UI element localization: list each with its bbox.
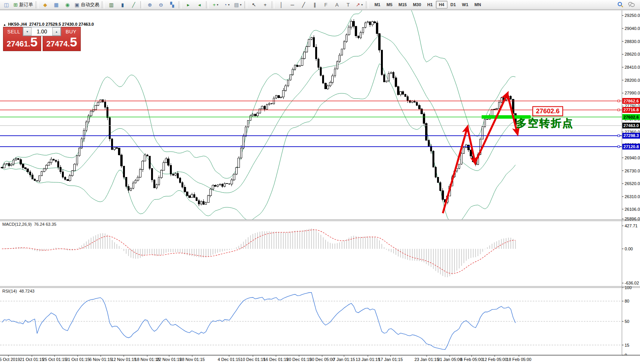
autotrading-button[interactable]: ▣自动交易: [73, 0, 100, 9]
price-tick-label: 27990.0: [625, 91, 640, 95]
templates-icon: ▤: [234, 2, 239, 7]
volume-input[interactable]: [32, 27, 52, 36]
app-icon[interactable]: ◫: [1, 0, 12, 9]
market-watch-button[interactable]: ▦: [51, 0, 62, 9]
time-tick-label: 25 Oct 01:15: [43, 357, 67, 362]
zoom-out-button[interactable]: ⊖: [156, 0, 166, 9]
line-handle[interactable]: [618, 135, 620, 137]
volume-decrease-button[interactable]: ▼: [23, 27, 32, 36]
line-handle[interactable]: [618, 109, 620, 111]
autotrading-icon: ▣: [75, 2, 79, 7]
timeframe-w1[interactable]: W1: [459, 1, 472, 8]
vline-icon: │: [280, 2, 283, 7]
market-watch-icon: ▦: [54, 2, 58, 7]
level-box-value: 27602.6: [536, 108, 559, 115]
zoom-in-icon: ⊕: [148, 2, 152, 7]
timeframe-m15[interactable]: M15: [396, 1, 410, 8]
price-tick-label: 28410.0: [625, 65, 640, 69]
buy-price: 27474.5: [43, 35, 80, 50]
chart-shift-icon: ◂: [198, 2, 201, 7]
indicators-button[interactable]: +▾: [210, 0, 221, 9]
macd-tick-label: 0.00: [625, 247, 633, 251]
time-tick-label: 31 Jan 05:00: [437, 357, 462, 362]
zoom-in-button[interactable]: ⊕: [145, 0, 155, 9]
label-button[interactable]: T: [343, 0, 353, 9]
timeframe-h1[interactable]: H1: [424, 1, 436, 8]
volume-increase-button[interactable]: ▲: [52, 27, 61, 36]
new-order-button[interactable]: ⊞新订单: [12, 0, 34, 9]
fibo-icon: F: [324, 2, 327, 7]
timeframe-m5[interactable]: M5: [383, 1, 395, 8]
crosshair-icon: +: [264, 2, 267, 7]
price-tick-label: 26730.0: [625, 169, 640, 173]
line-handle[interactable]: [618, 146, 620, 147]
auto-scroll-icon: ▸: [187, 2, 190, 7]
time-tick-label: 12 Nov 01:15: [111, 357, 136, 362]
crosshair-button[interactable]: +: [260, 0, 270, 9]
cursor-button[interactable]: ↖: [249, 0, 259, 9]
timeframe-d1[interactable]: D1: [447, 1, 459, 8]
arrows-button[interactable]: ↗▾: [354, 0, 364, 9]
timeframe-m30[interactable]: M30: [410, 1, 424, 8]
svg-text:27716.8: 27716.8: [623, 108, 639, 112]
chevron-down-icon: ▾: [228, 3, 229, 7]
data-window-icon: ◉: [65, 2, 70, 7]
time-tick-label: 7 Jan 01:15: [333, 357, 355, 362]
tile-windows-button[interactable]: ▚: [167, 0, 177, 9]
trend-arrow[interactable]: [443, 127, 467, 213]
rsi-tick-label: 80: [625, 299, 629, 303]
turning-point-annotation[interactable]: 多空转折点: [516, 117, 574, 129]
pane-frames: [0, 10, 640, 355]
timeframe-h4[interactable]: H4: [436, 1, 447, 8]
volume-box: ▼ ▲: [23, 27, 61, 36]
chart-shift-button[interactable]: ◂: [194, 0, 204, 9]
time-tick-label: 13 Jan 01:15: [356, 357, 380, 362]
svg-text:27602.6: 27602.6: [623, 115, 639, 119]
chart-bars-icon: ▥: [109, 2, 114, 7]
timeframe-m1[interactable]: M1: [371, 1, 383, 8]
chart-area[interactable]: 27602.6多空转折点 29250.029040.028830.028620.…: [0, 10, 640, 364]
auto-scroll-button[interactable]: ▸: [183, 0, 193, 9]
chat-button[interactable]: [626, 0, 637, 9]
app-icon-icon: ◫: [4, 2, 8, 7]
toolbar-separator: [244, 1, 247, 8]
time-tick-label: 21 Oct 01:15: [20, 357, 44, 362]
chart-title: ▲HK50-,H4 27471.0 27529.5 27430.0 27463.…: [3, 22, 94, 26]
periods-button[interactable]: ◔▾: [221, 0, 232, 9]
fibo-button[interactable]: F: [321, 0, 331, 9]
ohlc-values: 27471.0 27529.5 27430.0 27463.0: [29, 22, 94, 26]
metaeditor-button[interactable]: ◆: [40, 0, 50, 9]
time-tick-label: 6 Nov 01:15: [89, 357, 112, 362]
time-tick-label: 4 Dec 01:15: [218, 357, 240, 362]
price-tick-label: 26940.0: [625, 156, 640, 160]
autotrading-button-label: 自动交易: [81, 2, 99, 8]
trendline-icon: ╱: [302, 2, 305, 7]
price-axis[interactable]: 29250.029040.028830.028620.028410.028200…: [622, 10, 640, 357]
price-tick-label: 28620.0: [625, 52, 640, 56]
chart-candles-button[interactable]: ▮: [117, 0, 128, 9]
line-handle[interactable]: [618, 100, 620, 102]
price-tick-label: 26106.0: [625, 207, 640, 212]
timeframe-mn[interactable]: MN: [471, 1, 484, 8]
trendline-button[interactable]: ╱: [298, 0, 309, 9]
text-button[interactable]: A: [332, 0, 342, 9]
time-tick-label: 31 Oct 01:15: [66, 357, 90, 362]
indicators-icon: +: [213, 2, 216, 7]
price-tick-label: 25896.0: [625, 217, 640, 221]
time-tick-label: 28 Nov 01:15: [180, 357, 204, 362]
hline-button[interactable]: ─: [287, 0, 298, 9]
time-tick-label: 17 Jan 01:15: [378, 357, 403, 362]
channel-button[interactable]: ∥: [309, 0, 320, 9]
search-button[interactable]: [615, 0, 625, 9]
symbol-period-label: HK50-,H4: [8, 22, 27, 26]
time-tick-label: 10 Dec 01:15: [240, 357, 265, 362]
sell-price: 27461.5: [3, 35, 41, 50]
time-axis[interactable]: 15 Oct 201921 Oct 01:1525 Oct 01:1531 Oc…: [0, 355, 640, 364]
time-tick-label: 23 Jan 01:15: [414, 357, 439, 362]
templates-button[interactable]: ▤▾: [233, 0, 243, 9]
chart-line-button[interactable]: ╱: [128, 0, 139, 9]
vline-button[interactable]: │: [276, 0, 286, 9]
data-window-button[interactable]: ◉: [62, 0, 73, 9]
time-tick-label: 16 Dec 01:15: [263, 357, 288, 362]
chart-bars-button[interactable]: ▥: [106, 0, 116, 9]
